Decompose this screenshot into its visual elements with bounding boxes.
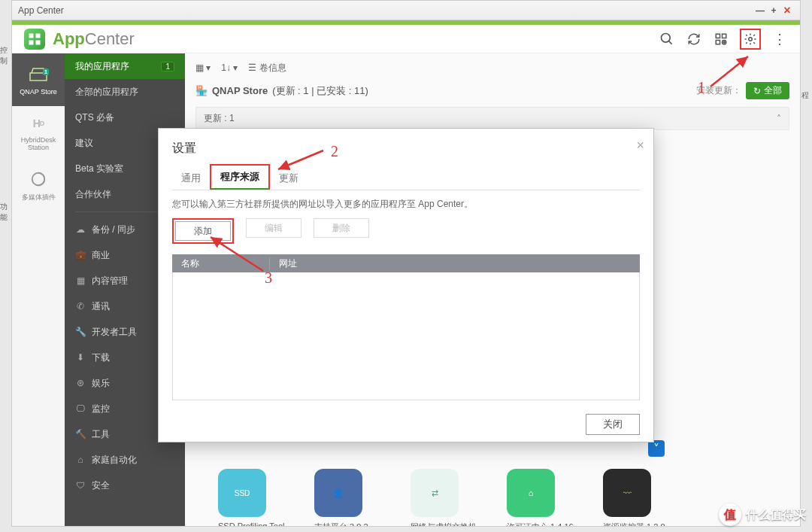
vol-info-button[interactable]: ☰ 卷信息	[248, 62, 286, 74]
backup-icon: ☁	[75, 224, 86, 235]
tab-general[interactable]: 通用	[172, 167, 210, 190]
settings-icon[interactable]	[743, 32, 758, 47]
store-stats: (更新 : 1 | 已安装 : 11)	[272, 84, 368, 98]
store-icon: 1	[28, 64, 49, 85]
sidebar-home-auto[interactable]: ⌂家庭自动化	[65, 447, 185, 473]
app-icon	[24, 29, 45, 50]
update-count-label: 更新 : 1	[204, 112, 235, 125]
dock-label: 多媒体插件	[22, 193, 56, 202]
bg-text: 功能	[0, 202, 11, 223]
add-button[interactable]: 添加	[175, 221, 231, 241]
col-name: 名称	[172, 257, 270, 270]
annotation-2: 2	[331, 143, 338, 160]
home-icon: ⌂	[75, 454, 86, 465]
dock: 1 QNAP Store HD HybridDesk Station 多媒体插件	[12, 53, 65, 526]
app-card[interactable]: ⌂许可证中心 1.4.16工具	[507, 469, 579, 526]
update-section-header[interactable]: 更新 : 1 ˄	[195, 107, 789, 130]
bg-text: 程	[801, 90, 812, 101]
store-icon: 🏪	[195, 85, 208, 96]
svg-rect-7	[723, 34, 726, 38]
refresh-icon: ↻	[753, 86, 761, 96]
maximize-button[interactable]: +	[767, 5, 780, 16]
media-icon	[28, 169, 49, 190]
svg-rect-0	[29, 33, 34, 38]
col-url: 网址	[270, 257, 640, 270]
entertain-icon: ⊛	[75, 378, 86, 388]
store-name: QNAP Store	[212, 85, 268, 96]
sort-button[interactable]: 1↓ ▾	[221, 62, 238, 73]
dev-icon: 🔧	[75, 327, 86, 337]
svg-rect-3	[36, 40, 41, 44]
shield-icon: 🛡	[75, 480, 86, 491]
settings-dialog: 设置 × 通用 程序来源 更新 您可以输入第三方社群所提供的网址以导入更多的应用…	[158, 128, 654, 442]
app-card[interactable]: SSDSSD Profiling Tool 1.0.1241工具	[218, 469, 290, 526]
window-title: App Center	[18, 5, 64, 16]
tab-sources[interactable]: 程序来源	[210, 164, 270, 190]
install-manual-icon[interactable]	[713, 31, 729, 47]
chevron-up-icon: ˄	[777, 114, 781, 124]
app-card[interactable]: 〰资源监控器 1.2.0工具	[603, 469, 675, 526]
dialog-tabs: 通用 程序来源 更新	[172, 164, 640, 190]
watermark-text: 什么值得买	[746, 507, 806, 523]
annotation-1: 1	[698, 79, 705, 96]
business-icon: 💼	[75, 250, 86, 260]
titlebar: App Center — + ×	[12, 1, 800, 20]
topbar: AppCenter ⋮	[12, 25, 800, 53]
app-card[interactable]: 👤支持平台 3.0.2工具	[314, 469, 386, 526]
sidebar-all-apps[interactable]: 全部的应用程序	[65, 79, 185, 105]
close-button[interactable]: ×	[780, 4, 794, 17]
download-icon: ⬇	[75, 352, 86, 363]
watermark-icon: 值	[719, 503, 741, 526]
svg-point-12	[749, 37, 753, 41]
bg-text: 控制	[0, 45, 11, 66]
annotation-3: 3	[265, 269, 272, 287]
monitor-icon: 🖵	[75, 403, 86, 414]
more-icon[interactable]: ⋮	[771, 31, 788, 47]
delete-button: 删除	[314, 218, 369, 238]
sidebar-security[interactable]: 🛡安全	[65, 473, 185, 498]
tools-icon: 🔨	[75, 429, 86, 439]
search-icon[interactable]	[659, 31, 675, 47]
watermark: 值 什么值得买	[719, 503, 806, 526]
refresh-icon[interactable]	[686, 31, 702, 47]
dialog-close-icon[interactable]: ×	[636, 138, 644, 154]
sidebar-qts-essential[interactable]: QTS 必备	[65, 105, 185, 130]
sources-table-header: 名称 网址	[172, 254, 640, 272]
close-button[interactable]: 关闭	[586, 414, 640, 435]
svg-line-5	[669, 41, 672, 44]
settings-highlight	[740, 29, 761, 50]
sidebar-my-apps[interactable]: 我的应用程序1	[65, 53, 185, 79]
minimize-button[interactable]: —	[753, 5, 767, 16]
view-grid-button[interactable]: ▦ ▾	[195, 62, 211, 73]
svg-rect-6	[716, 34, 720, 38]
app-title: AppCenter	[53, 29, 135, 49]
dock-label: HybridDesk Station	[12, 137, 65, 152]
svg-rect-2	[29, 40, 34, 44]
dock-media-plugin[interactable]: 多媒体插件	[12, 159, 65, 211]
dock-hybriddesk[interactable]: HD HybridDesk Station	[12, 106, 65, 159]
edit-button: 编辑	[246, 218, 301, 238]
app-cards: SSDSSD Profiling Tool 1.0.1241工具 👤支持平台 3…	[195, 469, 789, 526]
dock-qnap-store[interactable]: 1 QNAP Store	[12, 53, 65, 106]
cms-icon: ▦	[75, 275, 86, 286]
dialog-description: 您可以输入第三方社群所提供的网址以导入更多的应用程序至 App Center。	[172, 198, 640, 211]
svg-point-4	[662, 33, 671, 42]
dock-label: QNAP Store	[20, 88, 56, 96]
comm-icon: ✆	[75, 301, 86, 312]
expand-more-icon[interactable]: ˅	[648, 440, 665, 457]
sources-table-body	[172, 272, 640, 400]
update-all-button[interactable]: ↻全部	[746, 82, 789, 99]
app-card[interactable]: ⇄网络与虚拟交换机 2.2.0工具	[411, 469, 483, 526]
svg-rect-8	[716, 40, 720, 44]
tab-updates[interactable]: 更新	[270, 167, 308, 190]
hd-icon: HD	[28, 113, 49, 134]
dialog-title: 设置	[172, 141, 640, 157]
svg-rect-1	[36, 33, 41, 38]
